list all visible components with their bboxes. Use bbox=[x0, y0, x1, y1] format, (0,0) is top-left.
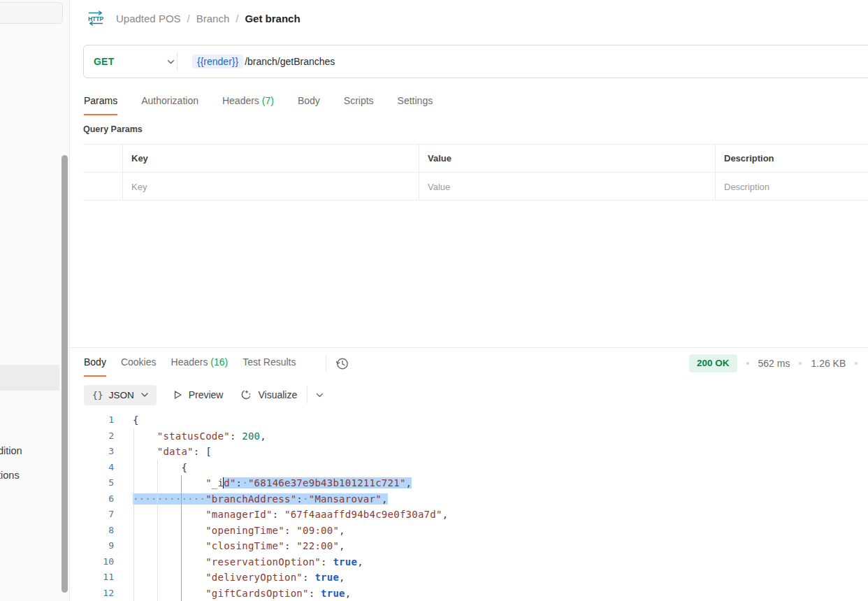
line-number: 12 bbox=[70, 586, 114, 601]
chevron-down-icon bbox=[141, 393, 148, 397]
method-select[interactable]: GET bbox=[94, 45, 175, 78]
tab-cookies[interactable]: Cookies bbox=[121, 356, 157, 377]
code-line: 8 "openingTime": "09:00", bbox=[70, 523, 868, 539]
app-root: dition tions HTTP Upadted POS / Branch /… bbox=[0, 0, 868, 601]
visualize-button[interactable]: Visualize bbox=[240, 389, 297, 401]
toolbar-more-chevron-icon[interactable] bbox=[316, 393, 324, 398]
tab-params[interactable]: Params bbox=[84, 95, 117, 115]
code-line: 6············"branchAddress":·"Mansarova… bbox=[70, 491, 868, 507]
sidebar-item-selected[interactable] bbox=[0, 365, 59, 391]
sidebar-item-label[interactable]: dition bbox=[0, 445, 22, 456]
query-params-title: Query Params bbox=[83, 124, 143, 134]
row-select-column bbox=[83, 145, 122, 172]
column-header-description: Description bbox=[715, 145, 868, 172]
line-content: "closingTime": "22:00", bbox=[133, 538, 345, 554]
method-label: GET bbox=[94, 56, 114, 67]
line-content: "openingTime": "09:00", bbox=[133, 523, 345, 539]
separator-dot bbox=[855, 362, 858, 365]
key-input[interactable] bbox=[131, 182, 404, 192]
sidebar-item-label[interactable]: tions bbox=[0, 470, 20, 481]
tab-scripts[interactable]: Scripts bbox=[344, 95, 374, 115]
magic-wand-icon bbox=[240, 389, 252, 401]
http-method-icon: HTTP bbox=[87, 10, 105, 26]
breadcrumb-separator: / bbox=[187, 13, 190, 24]
divider bbox=[307, 386, 308, 403]
line-number: 10 bbox=[70, 554, 114, 570]
response-viewer-toolbar: {} JSON Preview Visualize bbox=[84, 384, 324, 405]
divider bbox=[177, 52, 178, 71]
line-number: 6 bbox=[70, 491, 114, 507]
code-line: 9 "closingTime": "22:00", bbox=[70, 538, 868, 554]
sidebar-search-box[interactable] bbox=[0, 2, 63, 24]
pane-splitter[interactable] bbox=[70, 347, 868, 348]
preview-label: Preview bbox=[189, 389, 224, 400]
table-row bbox=[83, 173, 868, 201]
tab-body[interactable]: Body bbox=[84, 356, 106, 377]
line-number: 3 bbox=[70, 444, 114, 460]
column-header-key: Key bbox=[122, 145, 419, 172]
code-line: 11 "deliveryOption": true, bbox=[70, 570, 868, 586]
line-content: "managerId": "67f4aaaffd94b4c9e0f30a7d", bbox=[133, 507, 448, 523]
tab-headers[interactable]: Headers (7) bbox=[222, 95, 274, 115]
code-line: 1{ bbox=[70, 412, 868, 428]
tab-count: (7) bbox=[262, 95, 274, 106]
chevron-down-icon bbox=[167, 59, 175, 64]
tab-body[interactable]: Body bbox=[298, 95, 320, 115]
code-line: 3 "data": [ bbox=[70, 444, 868, 460]
line-content: ············"branchAddress":·"Mansarovar… bbox=[133, 491, 388, 507]
line-number: 9 bbox=[70, 538, 114, 554]
line-content: "giftCardsOption": true, bbox=[133, 586, 351, 601]
response-tabs-extra bbox=[326, 356, 349, 371]
line-content: "reservationOption": true, bbox=[133, 554, 363, 570]
code-line: 10 "reservationOption": true, bbox=[70, 554, 868, 570]
line-content: "deliveryOption": true, bbox=[133, 570, 345, 586]
column-header-value: Value bbox=[419, 145, 715, 172]
tab-headers[interactable]: Headers (16) bbox=[171, 356, 229, 377]
format-select-button[interactable]: {} JSON bbox=[84, 385, 157, 405]
value-input[interactable] bbox=[428, 182, 700, 192]
response-time: 562 ms bbox=[758, 358, 790, 369]
response-history-icon[interactable] bbox=[335, 356, 349, 371]
line-number: 11 bbox=[70, 570, 114, 586]
preview-button[interactable]: Preview bbox=[173, 389, 224, 400]
code-line: 7 "managerId": "67f4aaaffd94b4c9e0f30a7d… bbox=[70, 507, 868, 523]
breadcrumb-request-name: Get branch bbox=[245, 13, 300, 24]
table-header-row: Key Value Description bbox=[83, 145, 868, 173]
line-number: 2 bbox=[70, 428, 114, 444]
breadcrumb-separator: / bbox=[236, 13, 238, 24]
line-content: "_id":·"68146e37e9b43b101211c721", bbox=[133, 475, 412, 491]
line-content: "statusCode": 200, bbox=[133, 428, 266, 444]
sidebar: dition tions bbox=[0, 0, 70, 601]
code-line: 2 "statusCode": 200, bbox=[70, 428, 868, 444]
line-number: 4 bbox=[70, 460, 114, 476]
line-number: 5 bbox=[70, 475, 114, 491]
line-content: { bbox=[133, 412, 139, 428]
line-number: 8 bbox=[70, 523, 114, 539]
code-line: 4 { bbox=[70, 460, 868, 476]
request-url-bar: GET {{render}} /branch/getBranches bbox=[83, 45, 868, 78]
response-size: 1.26 KB bbox=[811, 358, 846, 369]
braces-icon: {} bbox=[92, 390, 103, 400]
breadcrumb-folder[interactable]: Branch bbox=[196, 13, 230, 24]
separator-dot bbox=[799, 362, 802, 365]
description-input[interactable] bbox=[724, 182, 861, 192]
url-input[interactable]: {{render}} /branch/getBranches bbox=[192, 45, 335, 78]
request-tabs: ParamsAuthorizationHeaders (7)BodyScript… bbox=[84, 95, 433, 115]
breadcrumb-collection[interactable]: Upadted POS bbox=[116, 13, 181, 24]
tab-test-results[interactable]: Test Results bbox=[243, 356, 296, 377]
tab-settings[interactable]: Settings bbox=[398, 95, 433, 115]
response-body-editor[interactable]: 1{2 "statusCode": 200,3 "data": [4 {5 "_… bbox=[70, 412, 868, 601]
breadcrumb: HTTP Upadted POS / Branch / Get branch bbox=[87, 10, 301, 26]
line-number: 1 bbox=[70, 412, 114, 428]
url-path-text: /branch/getBranches bbox=[245, 56, 335, 67]
separator-dot bbox=[746, 362, 749, 365]
play-icon bbox=[173, 390, 182, 400]
environment-variable-chip[interactable]: {{render}} bbox=[192, 55, 243, 68]
line-content: "data": [ bbox=[133, 444, 212, 460]
divider bbox=[326, 356, 326, 371]
sidebar-scrollbar-thumb[interactable] bbox=[62, 155, 68, 593]
row-select-cell[interactable] bbox=[83, 173, 122, 201]
tab-authorization[interactable]: Authorization bbox=[141, 95, 198, 115]
svg-text:HTTP: HTTP bbox=[88, 15, 104, 22]
line-content: { bbox=[133, 460, 187, 476]
